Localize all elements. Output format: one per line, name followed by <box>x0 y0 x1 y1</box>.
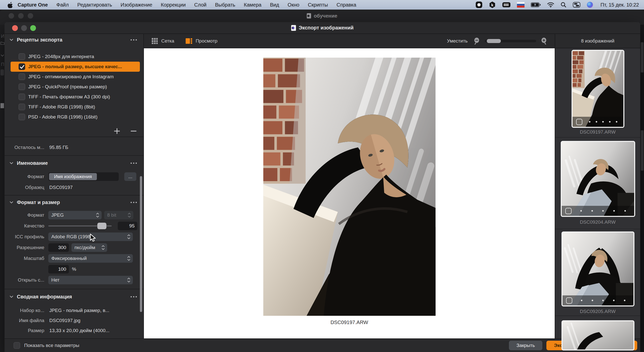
thumbnail[interactable] <box>561 141 635 217</box>
zoom-window-icon[interactable] <box>30 25 36 31</box>
recipe-checkbox[interactable] <box>19 53 25 60</box>
close-window-icon[interactable] <box>12 25 18 31</box>
thumbnail-photo <box>573 51 623 127</box>
bg-edge-label-bottom: П <box>1 62 4 67</box>
control-center-icon[interactable] <box>573 2 580 8</box>
thumb-checkbox[interactable] <box>576 119 582 125</box>
minimize-window-icon[interactable] <box>21 25 27 31</box>
menu-clock[interactable]: Пт, 15 дек. 10:22 <box>599 2 639 8</box>
naming-format-field[interactable]: Имя изображения <box>48 172 119 181</box>
menu-scripts[interactable]: Скрипты <box>304 2 332 8</box>
grid-view-button[interactable]: Сетка <box>151 38 174 44</box>
dialog-titlebar[interactable]: Экспорт изображений <box>5 22 640 34</box>
preview-area: Сетка Просмотр Уместить <box>144 34 555 338</box>
more-options-icon[interactable] <box>131 163 137 164</box>
show-all-checkbox[interactable] <box>14 342 20 349</box>
zoom-out-icon[interactable] <box>474 37 480 45</box>
zoom-in-icon[interactable] <box>541 37 547 45</box>
menu-file[interactable]: Файл <box>52 2 73 8</box>
keystroke-app-icon[interactable]: k <box>489 1 496 8</box>
preview-view-label: Просмотр <box>196 38 218 44</box>
menu-window[interactable]: Окно <box>283 2 303 8</box>
naming-header[interactable]: Именование <box>5 159 143 167</box>
thumbnail[interactable] <box>561 231 634 306</box>
disk-space-label: Осталось м... <box>5 145 48 150</box>
stepper-icon <box>127 277 131 283</box>
thumbnail[interactable] <box>572 50 624 128</box>
preview-photo[interactable] <box>263 58 435 316</box>
menu-adjustments[interactable]: Коррекции <box>156 2 190 8</box>
scale-dropdown[interactable]: Фиксированный <box>48 254 133 263</box>
remove-recipe-button[interactable] <box>130 128 137 134</box>
scale-percent-field[interactable]: 100 <box>48 265 69 273</box>
more-options-icon[interactable] <box>131 296 137 297</box>
icc-profile-dropdown[interactable]: Adobe RGB (1998) <box>48 232 133 241</box>
siri-icon[interactable] <box>587 2 593 8</box>
menu-layer[interactable]: Слой <box>190 2 211 8</box>
recipe-checkbox-checked[interactable] <box>19 63 25 70</box>
thumb-checkbox[interactable] <box>566 297 572 304</box>
recipe-row-selected[interactable]: JPEG - полный размер, высшее качес... <box>11 62 140 72</box>
preview-view-button[interactable]: Просмотр <box>185 38 218 44</box>
format-dropdown[interactable]: JPEG <box>48 211 102 219</box>
stepper-icon <box>96 212 100 218</box>
menu-edit[interactable]: Редактировать <box>73 2 116 8</box>
add-recipe-button[interactable] <box>114 128 120 134</box>
recipe-row[interactable]: PSD - Adobe RGB (1998) (16bit) <box>11 112 140 122</box>
menu-help[interactable]: Справка <box>332 2 360 8</box>
battery-icon[interactable] <box>531 2 541 7</box>
resolution-value-field[interactable]: 300 <box>48 243 69 252</box>
record-app-icon[interactable] <box>475 1 482 8</box>
recipe-checkbox[interactable] <box>19 94 25 100</box>
menu-app-name[interactable]: Capture One <box>15 2 52 8</box>
keyboard-switcher-icon[interactable] <box>502 2 511 8</box>
rating-dots[interactable] <box>586 121 620 123</box>
resolution-unit-dropdown[interactable]: пкс/дюйм <box>71 243 107 252</box>
naming-more-button[interactable]: ... <box>124 172 136 181</box>
summary-row: Набор ко... JPEG - полный размер, в... <box>5 305 143 316</box>
thumbnail[interactable] <box>561 320 634 350</box>
recipe-checkbox[interactable] <box>19 114 25 120</box>
recipe-checkbox[interactable] <box>19 84 25 90</box>
menu-view[interactable]: Вид <box>266 2 283 8</box>
settings-panel: Рецепты экспорта JPEG - 2048px для интер… <box>5 34 144 338</box>
russian-flag-icon[interactable] <box>517 2 525 8</box>
recipes-header[interactable]: Рецепты экспорта <box>5 36 143 44</box>
recipe-row[interactable]: JPEG - QuickProof (превью размер) <box>11 82 140 92</box>
menu-camera[interactable]: Камера <box>239 2 266 8</box>
zoom-slider[interactable] <box>485 38 536 44</box>
menu-select[interactable]: Выбрать <box>211 2 240 8</box>
zoom-slider-handle[interactable] <box>487 39 501 43</box>
thumb-checkbox[interactable] <box>565 208 572 214</box>
icc-profile-value: Adobe RGB (1998) <box>51 234 127 240</box>
summary-value: DSC09197.jpg <box>48 318 80 323</box>
slider-handle[interactable] <box>97 223 106 229</box>
summary-header[interactable]: Сводная информация <box>5 293 143 300</box>
wifi-icon[interactable] <box>547 2 554 8</box>
format-size-header[interactable]: Формат и размер <box>5 199 143 206</box>
naming-token[interactable]: Имя изображения <box>49 173 97 180</box>
quality-slider[interactable] <box>48 222 112 230</box>
more-options-icon[interactable] <box>131 202 137 203</box>
rating-dots[interactable] <box>576 300 630 301</box>
recipe-checkbox[interactable] <box>19 104 25 110</box>
open-with-dropdown[interactable]: Нет <box>48 276 133 284</box>
recipe-row[interactable]: JPEG - оптимизировано для Instagram <box>11 72 140 82</box>
menu-image[interactable]: Изображение <box>116 2 156 8</box>
quality-value-field[interactable]: 95 <box>118 222 137 230</box>
apple-menu[interactable] <box>5 2 15 8</box>
naming-sample-label: Образец <box>5 185 48 190</box>
more-options-icon[interactable] <box>131 39 137 41</box>
panel-scrollbar[interactable] <box>140 176 142 312</box>
recipe-row[interactable]: TIFF - Печать форматом A3 (300 dpi) <box>11 92 140 102</box>
fit-label[interactable]: Уместить <box>447 38 468 44</box>
rating-dots[interactable] <box>576 210 631 212</box>
spotlight-search-icon[interactable] <box>560 2 567 8</box>
filmstrip-cell: DSC09205.ARW <box>555 229 640 316</box>
open-with-value: Нет <box>51 277 127 283</box>
recipe-row[interactable]: TIFF - Adobe RGB (1998) (8bit) <box>11 102 140 112</box>
recipe-row[interactable]: JPEG - 2048px для интернета <box>11 52 140 62</box>
recipe-checkbox[interactable] <box>19 73 25 80</box>
recipe-label: TIFF - Adobe RGB (1998) (8bit) <box>28 104 95 110</box>
close-button[interactable]: Закрыть <box>509 341 542 350</box>
